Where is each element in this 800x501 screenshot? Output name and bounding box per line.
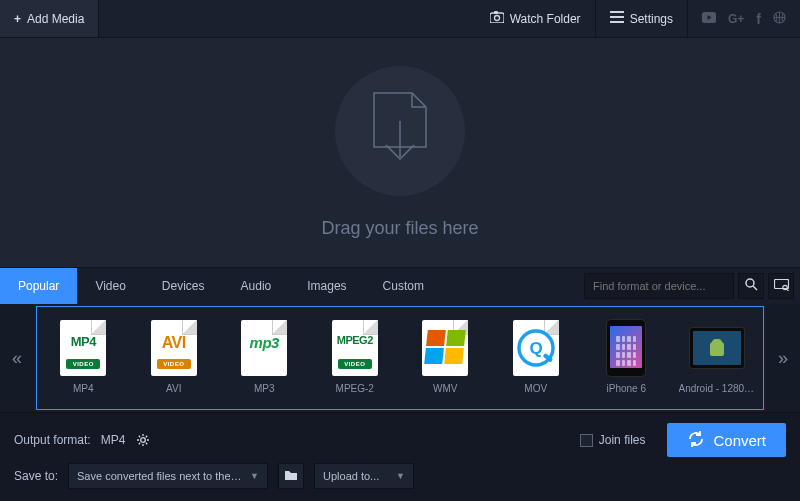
format-thumb xyxy=(505,319,567,377)
preview-toggle-button[interactable] xyxy=(768,273,794,299)
output-settings-button[interactable] xyxy=(135,432,151,448)
tabs-row: PopularVideoDevicesAudioImagesCustom xyxy=(0,268,800,304)
tab-video[interactable]: Video xyxy=(77,268,143,304)
camera-icon xyxy=(490,11,504,26)
output-format-label: Output format: xyxy=(14,433,91,447)
format-thumb: MPEG2VIDEO xyxy=(324,319,386,377)
watch-folder-button[interactable]: Watch Folder xyxy=(476,0,596,37)
search-button[interactable] xyxy=(738,273,764,299)
tab-audio[interactable]: Audio xyxy=(223,268,290,304)
convert-button[interactable]: Convert xyxy=(667,423,786,457)
format-thumb: MP4VIDEO xyxy=(52,319,114,377)
tab-popular[interactable]: Popular xyxy=(0,268,77,304)
format-label: MP4 xyxy=(45,383,122,394)
globe-icon[interactable] xyxy=(773,11,786,27)
convert-label: Convert xyxy=(713,432,766,449)
upload-to-dropdown[interactable]: Upload to... ▼ xyxy=(314,463,414,489)
format-card[interactable]: iPhone 6 xyxy=(586,313,667,403)
add-media-button[interactable]: + Add Media xyxy=(0,0,99,37)
format-label: MOV xyxy=(498,383,575,394)
format-panel: PopularVideoDevicesAudioImagesCustom « M… xyxy=(0,267,800,412)
format-thumb xyxy=(595,319,657,377)
carousel-track: MP4VIDEOMP4AVIVIDEOAVImp3MP3MPEG2VIDEOMP… xyxy=(36,306,764,410)
file-download-icon xyxy=(372,91,428,171)
google-plus-icon[interactable]: G+ xyxy=(728,12,744,26)
svg-point-1 xyxy=(494,16,499,21)
save-to-dropdown[interactable]: Save converted files next to the origina… xyxy=(68,463,268,489)
svg-point-8 xyxy=(141,438,146,443)
drop-zone[interactable]: Drag your files here xyxy=(0,38,800,267)
chevron-down-icon: ▼ xyxy=(250,471,259,481)
tab-devices[interactable]: Devices xyxy=(144,268,223,304)
format-thumb: AVIVIDEO xyxy=(143,319,205,377)
add-media-label: Add Media xyxy=(27,12,84,26)
chevron-down-icon: ▼ xyxy=(396,471,405,481)
format-card[interactable]: mp3MP3 xyxy=(224,313,305,403)
carousel-next-button[interactable]: » xyxy=(766,304,800,412)
drop-zone-circle xyxy=(335,66,465,196)
carousel-prev-button[interactable]: « xyxy=(0,304,34,412)
save-to-value: Save converted files next to the origina… xyxy=(77,470,244,482)
svg-rect-6 xyxy=(774,279,788,288)
tab-images[interactable]: Images xyxy=(289,268,364,304)
chevron-right-icon: » xyxy=(778,348,788,369)
format-card[interactable]: AVIVIDEOAVI xyxy=(134,313,215,403)
format-thumb xyxy=(414,319,476,377)
format-label: WMV xyxy=(407,383,484,394)
format-card[interactable]: WMV xyxy=(405,313,486,403)
gear-icon xyxy=(136,433,150,447)
format-card[interactable]: MOV xyxy=(496,313,577,403)
checkbox-box xyxy=(580,434,593,447)
youtube-icon[interactable] xyxy=(702,12,716,26)
convert-icon xyxy=(687,430,705,451)
format-card[interactable]: Android - 1280x720 xyxy=(677,313,758,403)
hamburger-icon xyxy=(610,11,624,26)
join-files-label: Join files xyxy=(599,433,646,447)
drop-zone-text: Drag your files here xyxy=(321,218,478,239)
watch-folder-label: Watch Folder xyxy=(510,12,581,26)
search-input[interactable] xyxy=(584,273,734,299)
facebook-icon[interactable]: f xyxy=(756,11,761,27)
svg-rect-0 xyxy=(490,13,504,23)
plus-icon: + xyxy=(14,12,21,26)
format-card[interactable]: MP4VIDEOMP4 xyxy=(43,313,124,403)
format-thumb: mp3 xyxy=(233,319,295,377)
tab-custom[interactable]: Custom xyxy=(365,268,442,304)
footer-bar: Output format: MP4 Join files Convert Sa… xyxy=(0,412,800,501)
join-files-checkbox[interactable]: Join files xyxy=(580,433,646,447)
format-label: MP3 xyxy=(226,383,303,394)
top-bar: + Add Media Watch Folder Settings G+ f xyxy=(0,0,800,38)
format-label: MPEG-2 xyxy=(317,383,394,394)
browse-folder-button[interactable] xyxy=(278,463,304,489)
settings-button[interactable]: Settings xyxy=(596,0,688,37)
format-thumb xyxy=(686,319,748,377)
chevron-left-icon: « xyxy=(12,348,22,369)
folder-icon xyxy=(284,469,298,484)
svg-rect-2 xyxy=(494,11,498,14)
format-card[interactable]: MPEG2VIDEOMPEG-2 xyxy=(315,313,396,403)
upload-to-label: Upload to... xyxy=(323,470,390,482)
search-icon xyxy=(745,278,758,294)
format-label: iPhone 6 xyxy=(588,383,665,394)
format-carousel: « MP4VIDEOMP4AVIVIDEOAVImp3MP3MPEG2VIDEO… xyxy=(0,304,800,412)
svg-point-5 xyxy=(746,279,754,287)
settings-label: Settings xyxy=(630,12,673,26)
format-label: Android - 1280x720 xyxy=(679,383,756,394)
output-format-value: MP4 xyxy=(101,433,126,447)
preview-icon xyxy=(774,279,789,294)
social-links: G+ f xyxy=(688,0,800,37)
save-to-label: Save to: xyxy=(14,469,58,483)
format-label: AVI xyxy=(136,383,213,394)
